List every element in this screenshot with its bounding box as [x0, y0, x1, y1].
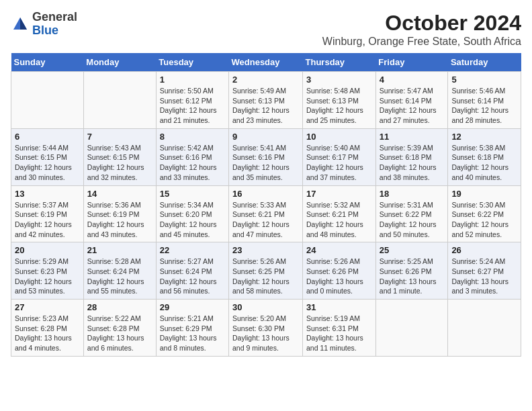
calendar-cell: 29Sunrise: 5:21 AMSunset: 6:29 PMDayligh…: [156, 300, 228, 357]
calendar-week-1: 1Sunrise: 5:50 AMSunset: 6:12 PMDaylight…: [11, 72, 521, 129]
cell-info: Sunset: 6:14 PM: [451, 96, 517, 106]
calendar-cell: 14Sunrise: 5:36 AMSunset: 6:19 PMDayligh…: [83, 185, 156, 242]
cell-info: Daylight: 12 hours and 48 minutes.: [306, 220, 372, 239]
cell-info: Sunset: 6:21 PM: [306, 210, 372, 220]
location: Winburg, Orange Free State, South Africa: [322, 36, 521, 48]
cell-info: Daylight: 12 hours and 33 minutes.: [160, 163, 225, 182]
calendar-cell: [11, 72, 84, 129]
calendar-cell: 30Sunrise: 5:20 AMSunset: 6:30 PMDayligh…: [229, 300, 303, 357]
cell-info: Sunset: 6:26 PM: [380, 267, 445, 277]
calendar-cell: [375, 300, 448, 357]
cell-info: Sunrise: 5:39 AM: [380, 143, 445, 153]
day-header-friday: Friday: [375, 53, 448, 72]
calendar-cell: 19Sunrise: 5:30 AMSunset: 6:22 PMDayligh…: [448, 185, 521, 242]
cell-info: Daylight: 12 hours and 43 minutes.: [87, 220, 152, 239]
day-number: 16: [232, 189, 299, 199]
calendar-cell: 26Sunrise: 5:24 AMSunset: 6:27 PMDayligh…: [448, 242, 521, 300]
day-header-thursday: Thursday: [303, 53, 376, 72]
cell-info: Sunrise: 5:41 AM: [232, 143, 299, 153]
day-number: 30: [232, 302, 299, 312]
cell-info: Sunset: 6:15 PM: [87, 152, 152, 163]
calendar-cell: 8Sunrise: 5:42 AMSunset: 6:16 PMDaylight…: [156, 128, 228, 185]
logo-text: General Blue: [32, 11, 77, 38]
calendar-cell: 27Sunrise: 5:23 AMSunset: 6:28 PMDayligh…: [11, 300, 84, 357]
cell-info: Daylight: 12 hours and 25 minutes.: [306, 105, 372, 125]
calendar-week-2: 6Sunrise: 5:44 AMSunset: 6:15 PMDaylight…: [11, 128, 521, 185]
cell-info: Daylight: 12 hours and 23 minutes.: [232, 105, 299, 125]
cell-info: Daylight: 12 hours and 58 minutes.: [232, 277, 299, 296]
cell-info: Sunrise: 5:32 AM: [306, 200, 372, 210]
day-header-wednesday: Wednesday: [229, 53, 303, 72]
logo-icon: [11, 15, 30, 34]
cell-info: Sunset: 6:18 PM: [451, 152, 517, 163]
cell-info: Daylight: 13 hours and 8 minutes.: [160, 333, 225, 353]
calendar-cell: 1Sunrise: 5:50 AMSunset: 6:12 PMDaylight…: [156, 72, 228, 129]
cell-info: Sunrise: 5:48 AM: [306, 86, 372, 96]
cell-info: Daylight: 12 hours and 38 minutes.: [380, 163, 445, 182]
day-number: 31: [306, 302, 372, 312]
calendar-cell: 18Sunrise: 5:31 AMSunset: 6:22 PMDayligh…: [375, 185, 448, 242]
cell-info: Sunrise: 5:28 AM: [87, 257, 152, 267]
cell-info: Sunrise: 5:26 AM: [232, 257, 299, 267]
calendar-table: SundayMondayTuesdayWednesdayThursdayFrid…: [11, 53, 521, 357]
cell-info: Sunset: 6:31 PM: [306, 324, 372, 334]
calendar-cell: 17Sunrise: 5:32 AMSunset: 6:21 PMDayligh…: [303, 185, 376, 242]
calendar-cell: 21Sunrise: 5:28 AMSunset: 6:24 PMDayligh…: [83, 242, 156, 300]
day-number: 29: [160, 302, 225, 312]
day-header-tuesday: Tuesday: [156, 53, 228, 72]
calendar-week-5: 27Sunrise: 5:23 AMSunset: 6:28 PMDayligh…: [11, 300, 521, 357]
cell-info: Sunrise: 5:30 AM: [451, 200, 517, 210]
cell-info: Sunset: 6:28 PM: [15, 324, 80, 334]
calendar-cell: [83, 72, 156, 129]
cell-info: Sunrise: 5:24 AM: [451, 257, 517, 267]
cell-info: Daylight: 13 hours and 9 minutes.: [232, 333, 299, 353]
cell-info: Sunrise: 5:23 AM: [15, 314, 80, 324]
cell-info: Sunset: 6:13 PM: [232, 96, 299, 106]
calendar-cell: 23Sunrise: 5:26 AMSunset: 6:25 PMDayligh…: [229, 242, 303, 300]
cell-info: Daylight: 13 hours and 3 minutes.: [451, 277, 517, 296]
calendar-cell: 28Sunrise: 5:22 AMSunset: 6:28 PMDayligh…: [83, 300, 156, 357]
day-header-sunday: Sunday: [11, 53, 84, 72]
cell-info: Sunset: 6:19 PM: [87, 210, 152, 220]
cell-info: Daylight: 12 hours and 52 minutes.: [451, 220, 517, 239]
calendar-cell: 24Sunrise: 5:26 AMSunset: 6:26 PMDayligh…: [303, 242, 376, 300]
cell-info: Sunset: 6:23 PM: [15, 267, 80, 277]
cell-info: Sunrise: 5:38 AM: [451, 143, 517, 153]
cell-info: Sunrise: 5:43 AM: [87, 143, 152, 153]
cell-info: Sunrise: 5:47 AM: [380, 86, 445, 96]
calendar-cell: 10Sunrise: 5:40 AMSunset: 6:17 PMDayligh…: [303, 128, 376, 185]
cell-info: Sunset: 6:15 PM: [15, 152, 80, 163]
cell-info: Sunrise: 5:40 AM: [306, 143, 372, 153]
day-number: 4: [380, 75, 445, 85]
cell-info: Sunset: 6:29 PM: [160, 324, 225, 334]
logo-blue: Blue: [32, 24, 77, 38]
cell-info: Daylight: 12 hours and 50 minutes.: [380, 220, 445, 239]
calendar-cell: 7Sunrise: 5:43 AMSunset: 6:15 PMDaylight…: [83, 128, 156, 185]
day-number: 18: [380, 189, 445, 199]
day-number: 25: [380, 245, 445, 255]
cell-info: Sunset: 6:27 PM: [451, 267, 517, 277]
logo-general: General: [32, 11, 77, 24]
calendar-week-4: 20Sunrise: 5:29 AMSunset: 6:23 PMDayligh…: [11, 242, 521, 300]
day-number: 13: [15, 189, 80, 199]
cell-info: Daylight: 12 hours and 27 minutes.: [380, 105, 445, 125]
day-number: 19: [451, 189, 517, 199]
cell-info: Daylight: 12 hours and 37 minutes.: [306, 163, 372, 182]
day-number: 9: [232, 132, 299, 142]
day-number: 14: [87, 189, 152, 199]
cell-info: Sunset: 6:17 PM: [306, 152, 372, 163]
day-number: 3: [306, 75, 372, 85]
cell-info: Daylight: 13 hours and 4 minutes.: [15, 333, 80, 353]
cell-info: Daylight: 13 hours and 11 minutes.: [306, 333, 372, 353]
calendar-cell: 9Sunrise: 5:41 AMSunset: 6:16 PMDaylight…: [229, 128, 303, 185]
cell-info: Sunset: 6:28 PM: [87, 324, 152, 334]
day-number: 7: [87, 132, 152, 142]
cell-info: Daylight: 12 hours and 32 minutes.: [87, 163, 152, 182]
calendar-cell: [448, 300, 521, 357]
cell-info: Sunset: 6:24 PM: [160, 267, 225, 277]
cell-info: Sunrise: 5:34 AM: [160, 200, 225, 210]
day-number: 12: [451, 132, 517, 142]
cell-info: Sunset: 6:14 PM: [380, 96, 445, 106]
calendar-cell: 15Sunrise: 5:34 AMSunset: 6:20 PMDayligh…: [156, 185, 228, 242]
cell-info: Sunrise: 5:21 AM: [160, 314, 225, 324]
